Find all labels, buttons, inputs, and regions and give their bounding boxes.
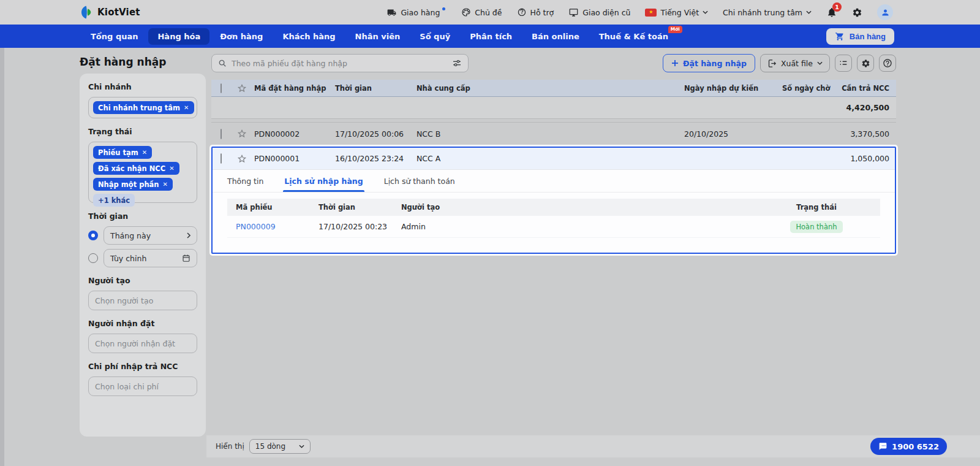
status-filter-label: Trạng thái <box>88 127 197 136</box>
status-filter-box[interactable]: Phiếu tạm ✕ Đã xác nhận NCC ✕ Nhập một p… <box>88 142 197 203</box>
delivery-menu[interactable]: Giao hàng <box>386 8 447 17</box>
col-header-expected[interactable]: Ngày nhập dự kiến <box>684 84 782 93</box>
status-chip[interactable]: Phiếu tạm ✕ <box>93 146 152 159</box>
notification-badge: 1 <box>832 2 842 12</box>
history-time: 17/10/2025 00:23 <box>318 222 401 231</box>
star-icon[interactable] <box>237 83 247 93</box>
status-chip[interactable]: Nhập một phần ✕ <box>93 178 173 191</box>
col-header-waiting[interactable]: Số ngày chờ <box>782 84 818 93</box>
cart-icon <box>835 32 845 41</box>
chevron-down-icon <box>703 10 708 14</box>
history-code-link[interactable]: PN000009 <box>236 222 276 231</box>
page-size-select[interactable]: 15 dòng <box>249 439 311 454</box>
help-button[interactable] <box>879 55 896 72</box>
user-avatar[interactable] <box>877 4 893 20</box>
time-preset-radio[interactable] <box>88 231 98 240</box>
notifications-button[interactable]: 1 <box>826 7 837 18</box>
time-filter-label: Thời gian <box>88 212 197 221</box>
expanded-row-panel: PDN000001 16/10/2025 23:24 NCC A 1,050,0… <box>211 147 896 254</box>
select-all-checkbox[interactable] <box>221 83 222 93</box>
row-payable: 3,370,500 <box>818 129 889 139</box>
search-input[interactable] <box>232 59 447 68</box>
export-file-button[interactable]: Xuất file <box>760 54 830 72</box>
column-settings-button[interactable] <box>835 55 852 72</box>
tab-lich-su-nhap-hang[interactable]: Lịch sử nhập hàng <box>283 170 364 192</box>
topbar: KiotViet Giao hàng Chủ đề Hỗ trợ Giao di… <box>0 0 980 25</box>
search-icon <box>218 59 227 67</box>
table-settings-button[interactable] <box>857 55 874 72</box>
cost-filter-label: Chi phí nhập trả NCC <box>88 362 197 371</box>
creator-filter-label: Người tạo <box>88 276 197 285</box>
remove-chip-icon[interactable]: ✕ <box>163 181 168 188</box>
search-box[interactable] <box>211 54 469 72</box>
history-creator: Admin <box>401 222 761 231</box>
language-selector[interactable]: ★ Tiếng Việt <box>645 8 708 17</box>
help-chat-icon <box>517 7 527 17</box>
branch-filter-box[interactable]: Chi nhánh trung tâm ✕ <box>88 97 197 118</box>
export-icon <box>767 59 777 68</box>
nav-tong-quan[interactable]: Tổng quan <box>81 28 147 45</box>
chevron-right-icon <box>187 232 190 239</box>
history-table: Mã phiếu Thời gian Người tạo Trạng thái … <box>227 199 880 238</box>
nav-don-hang[interactable]: Đơn hàng <box>211 28 272 45</box>
branch-label: Chi nhánh trung tâm <box>723 8 802 17</box>
tab-lich-su-thanh-toan[interactable]: Lịch sử thanh toán <box>383 170 456 192</box>
summary-total: 4,420,500 <box>818 103 889 112</box>
remove-chip-icon[interactable]: ✕ <box>169 165 174 172</box>
chevron-down-icon <box>806 10 812 14</box>
sell-button[interactable]: Bán hàng <box>826 28 894 45</box>
support-label: Hỗ trợ <box>530 8 554 17</box>
calendar-icon <box>182 254 190 262</box>
tab-thong-tin[interactable]: Thông tin <box>226 170 265 192</box>
remove-chip-icon[interactable]: ✕ <box>184 104 189 111</box>
add-purchase-order-button[interactable]: Đặt hàng nhập <box>663 54 755 72</box>
col-header-time[interactable]: Thời gian <box>335 84 417 93</box>
row-time: 16/10/2025 23:24 <box>335 154 417 163</box>
support-menu[interactable]: Hỗ trợ <box>517 7 554 17</box>
row-supplier: NCC B <box>417 129 684 139</box>
nav-so-quy[interactable]: Sổ quỹ <box>410 28 459 45</box>
receiver-filter-input[interactable] <box>88 334 197 353</box>
hotline-button[interactable]: 1900 6522 <box>870 438 947 455</box>
row-checkbox[interactable] <box>221 153 222 164</box>
nav-hang-hoa[interactable]: Hàng hóa <box>148 28 209 45</box>
star-icon[interactable] <box>237 154 247 164</box>
table-row[interactable]: PDN000002 17/10/2025 00:06 NCC B 20/10/2… <box>211 122 896 145</box>
branch-selector[interactable]: Chi nhánh trung tâm <box>723 8 812 17</box>
person-icon <box>881 8 890 17</box>
branch-chip[interactable]: Chi nhánh trung tâm ✕ <box>93 101 194 114</box>
nav-nhan-vien[interactable]: Nhân viên <box>346 28 410 45</box>
row-code: PDN000002 <box>254 129 335 139</box>
cost-filter-input[interactable] <box>88 376 197 396</box>
row-checkbox[interactable] <box>221 129 222 139</box>
col-header-supplier[interactable]: Nhà cung cấp <box>417 84 684 93</box>
chevron-down-icon <box>299 445 304 448</box>
time-preset-button[interactable]: Tháng này <box>104 226 197 245</box>
row-supplier: NCC A <box>417 154 684 163</box>
time-custom-button[interactable]: Tùy chỉnh <box>104 249 197 267</box>
nav-thue-ke-toan[interactable]: Thuế & Kế toán Mới <box>590 28 677 45</box>
table-row-selected[interactable]: PDN000001 16/10/2025 23:24 NCC A 1,050,0… <box>213 148 895 170</box>
status-chip[interactable]: Đã xác nhận NCC ✕ <box>93 162 179 175</box>
old-ui-menu[interactable]: Giao diện cũ <box>568 8 630 17</box>
plus-icon <box>671 59 679 67</box>
nav-phan-tich[interactable]: Phân tích <box>461 28 521 45</box>
creator-filter-input[interactable] <box>88 291 197 310</box>
left-edge-strip <box>0 48 4 466</box>
monitor-icon <box>568 8 579 17</box>
delivery-label: Giao hàng <box>401 8 440 17</box>
col-header-code[interactable]: Mã đặt hàng nhập <box>254 84 335 93</box>
filter-sliders-icon[interactable] <box>452 58 462 68</box>
remove-chip-icon[interactable]: ✕ <box>142 149 147 156</box>
kiotviet-logo-icon <box>80 5 93 20</box>
settings-button[interactable] <box>852 7 862 18</box>
col-header-payable[interactable]: Cần trả NCC <box>818 84 889 93</box>
theme-label: Chủ đề <box>475 8 502 17</box>
more-chips-badge[interactable]: +1 khác <box>93 194 135 207</box>
nav-ban-online[interactable]: Bán online <box>522 28 589 45</box>
time-custom-radio[interactable] <box>88 253 98 263</box>
star-icon[interactable] <box>237 129 247 139</box>
theme-menu[interactable]: Chủ đề <box>461 7 502 17</box>
status-badge: Hoàn thành <box>790 221 842 233</box>
nav-khach-hang[interactable]: Khách hàng <box>273 28 344 45</box>
